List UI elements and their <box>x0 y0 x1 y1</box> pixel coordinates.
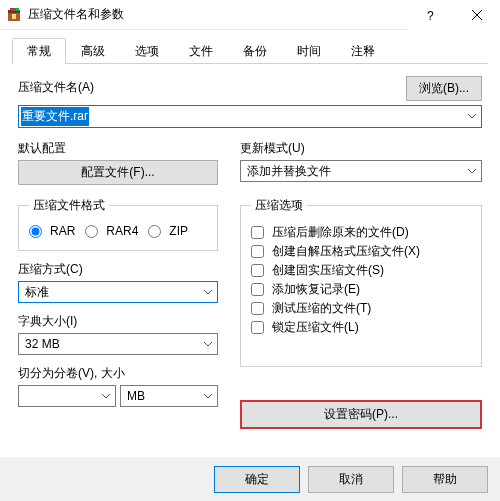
options-group: 压缩选项 压缩后删除原来的文件(D) 创建自解压格式压缩文件(X) 创建固实压缩… <box>240 197 482 367</box>
svg-text:?: ? <box>427 9 434 22</box>
svg-rect-2 <box>10 8 13 11</box>
window-title: 压缩文件名和参数 <box>28 6 124 23</box>
chevron-down-icon <box>199 290 217 295</box>
tab-options[interactable]: 选项 <box>120 38 174 63</box>
tab-files[interactable]: 文件 <box>174 38 228 63</box>
app-icon <box>6 7 22 23</box>
method-label: 压缩方式(C) <box>18 261 218 278</box>
split-unit-select[interactable]: MB <box>120 385 218 407</box>
split-size-input[interactable] <box>18 385 116 407</box>
titlebar: 压缩文件名和参数 ? <box>0 0 500 30</box>
help-button-bottom[interactable]: 帮助 <box>402 466 488 493</box>
tab-time[interactable]: 时间 <box>282 38 336 63</box>
format-rar4[interactable]: RAR4 <box>85 224 138 238</box>
tab-comment[interactable]: 注释 <box>336 38 390 63</box>
dict-select[interactable]: 32 MB <box>18 333 218 355</box>
tab-backup[interactable]: 备份 <box>228 38 282 63</box>
dialog-button-bar: 确定 取消 帮助 <box>0 457 500 501</box>
format-legend: 压缩文件格式 <box>29 197 109 214</box>
update-mode-select[interactable]: 添加并替换文件 <box>240 160 482 182</box>
set-password-button[interactable]: 设置密码(P)... <box>240 400 482 429</box>
cancel-button[interactable]: 取消 <box>308 466 394 493</box>
chevron-down-icon <box>199 342 217 347</box>
format-zip[interactable]: ZIP <box>148 224 188 238</box>
filename-input[interactable]: 重要文件.rar <box>18 105 482 128</box>
opt-test[interactable]: 测试压缩的文件(T) <box>251 300 471 317</box>
split-label: 切分为分卷(V), 大小 <box>18 365 218 382</box>
options-legend: 压缩选项 <box>251 197 307 214</box>
opt-recovery[interactable]: 添加恢复记录(E) <box>251 281 471 298</box>
chevron-down-icon <box>97 394 115 399</box>
filename-value: 重要文件.rar <box>21 107 89 126</box>
svg-rect-3 <box>13 8 16 11</box>
config-file-button[interactable]: 配置文件(F)... <box>18 160 218 185</box>
format-group: 压缩文件格式 RAR RAR4 ZIP <box>18 197 218 251</box>
chevron-down-icon <box>199 394 217 399</box>
update-mode-label: 更新模式(U) <box>240 140 482 157</box>
svg-rect-5 <box>12 14 16 19</box>
ok-button[interactable]: 确定 <box>214 466 300 493</box>
tab-general[interactable]: 常规 <box>12 38 66 63</box>
chevron-down-icon <box>463 169 481 174</box>
browse-button[interactable]: 浏览(B)... <box>406 76 482 101</box>
method-select[interactable]: 标准 <box>18 281 218 303</box>
opt-sfx[interactable]: 创建自解压格式压缩文件(X) <box>251 243 471 260</box>
chevron-down-icon <box>463 114 481 119</box>
opt-solid[interactable]: 创建固实压缩文件(S) <box>251 262 471 279</box>
filename-label: 压缩文件名(A) <box>18 79 94 96</box>
opt-lock[interactable]: 锁定压缩文件(L) <box>251 319 471 336</box>
dict-label: 字典大小(I) <box>18 313 218 330</box>
tab-bar: 常规 高级 选项 文件 备份 时间 注释 <box>12 38 488 64</box>
format-rar[interactable]: RAR <box>29 224 75 238</box>
help-button[interactable]: ? <box>408 0 454 30</box>
default-config-label: 默认配置 <box>18 140 218 157</box>
tab-advanced[interactable]: 高级 <box>66 38 120 63</box>
close-button[interactable] <box>454 0 500 30</box>
svg-rect-4 <box>16 8 19 11</box>
opt-delete-after[interactable]: 压缩后删除原来的文件(D) <box>251 224 471 241</box>
